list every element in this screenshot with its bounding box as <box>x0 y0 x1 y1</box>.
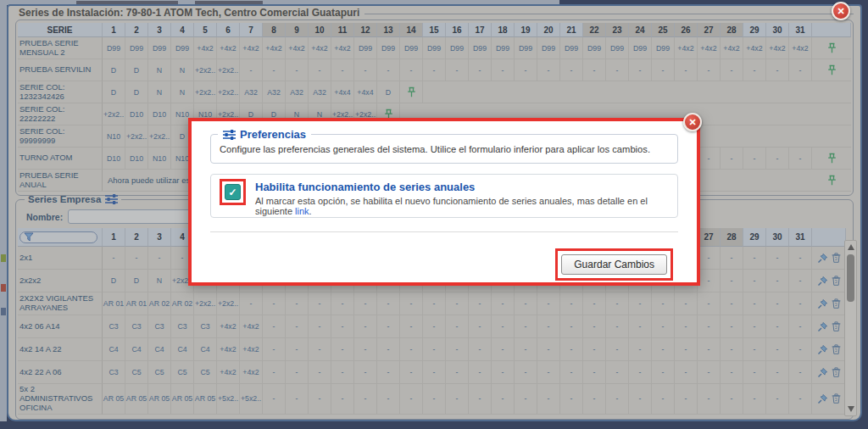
schedule-cell[interactable]: D99 <box>400 37 423 59</box>
pinned-cell[interactable] <box>400 81 423 103</box>
schedule-cell[interactable]: - <box>789 59 812 81</box>
schedule-cell[interactable]: - <box>629 292 652 315</box>
schedule-cell[interactable]: - <box>698 247 721 270</box>
schedule-cell[interactable]: A32 <box>263 81 286 103</box>
schedule-cell[interactable] <box>743 81 766 103</box>
schedule-cell[interactable] <box>446 81 469 103</box>
schedule-cell[interactable]: AR 05 <box>171 384 194 415</box>
schedule-cell[interactable]: - <box>721 361 743 384</box>
schedule-cell[interactable]: - <box>354 292 377 315</box>
schedule-cell[interactable]: - <box>469 59 492 81</box>
schedule-cell[interactable]: - <box>125 247 148 270</box>
schedule-cell[interactable]: +2x2.. <box>194 81 217 103</box>
schedule-cell[interactable]: D99 <box>560 37 583 59</box>
schedule-cell[interactable]: N10 <box>103 125 125 148</box>
schedule-cell[interactable]: - <box>377 59 400 81</box>
schedule-cell[interactable]: - <box>743 315 766 338</box>
schedule-cell[interactable]: - <box>354 384 377 415</box>
schedule-cell[interactable]: - <box>698 292 721 315</box>
schedule-cell[interactable] <box>423 81 446 103</box>
schedule-cell[interactable] <box>560 81 583 103</box>
modal-close-icon[interactable]: ✕ <box>683 113 702 131</box>
schedule-cell[interactable]: AR 02 <box>148 292 171 315</box>
schedule-cell[interactable]: +4x2 <box>217 37 240 59</box>
schedule-cell[interactable]: - <box>446 338 469 361</box>
schedule-cell[interactable]: D99 <box>423 37 446 59</box>
schedule-cell[interactable]: - <box>492 361 515 384</box>
schedule-cell[interactable] <box>515 81 537 103</box>
schedule-cell[interactable]: - <box>309 59 331 81</box>
schedule-cell[interactable] <box>743 103 766 125</box>
schedule-cell[interactable]: - <box>492 315 515 338</box>
schedule-cell[interactable]: C5 <box>125 361 148 384</box>
schedule-cell[interactable]: - <box>652 361 675 384</box>
schedule-cell[interactable]: C5 <box>148 361 171 384</box>
schedule-cell[interactable]: AR 05 <box>103 384 125 415</box>
schedule-cell[interactable]: +4x2 <box>331 37 354 59</box>
schedule-cell[interactable]: - <box>309 292 331 315</box>
schedule-cell[interactable]: - <box>286 292 309 315</box>
schedule-cell[interactable]: D10 <box>103 148 125 170</box>
schedule-cell[interactable]: - <box>560 338 583 361</box>
schedule-cell[interactable]: +2x2.. <box>148 125 171 148</box>
schedule-cell[interactable]: D99 <box>515 37 537 59</box>
schedule-cell[interactable]: - <box>698 361 721 384</box>
schedule-cell[interactable]: - <box>400 59 423 81</box>
schedule-cell[interactable]: +4x2 <box>217 361 240 384</box>
schedule-cell[interactable]: +2x2.. <box>125 125 148 148</box>
schedule-cell[interactable]: D10 <box>125 148 148 170</box>
schedule-cell[interactable]: - <box>103 247 125 270</box>
schedule-cell[interactable]: - <box>766 384 789 415</box>
schedule-cell[interactable]: D99 <box>148 37 171 59</box>
schedule-cell[interactable]: A32 <box>240 81 263 103</box>
schedule-cell[interactable]: +4x2 <box>698 37 721 59</box>
schedule-cell[interactable] <box>743 125 766 148</box>
schedule-cell[interactable]: C4 <box>148 338 171 361</box>
scroll-up-icon[interactable] <box>848 244 854 250</box>
schedule-cell[interactable]: +4x2 <box>240 315 263 338</box>
schedule-cell[interactable]: - <box>377 315 400 338</box>
schedule-cell[interactable]: - <box>423 361 446 384</box>
schedule-cell[interactable] <box>721 125 743 148</box>
pin-icon[interactable] <box>817 344 828 355</box>
schedule-cell[interactable]: - <box>537 338 560 361</box>
schedule-cell[interactable]: - <box>377 292 400 315</box>
schedule-cell[interactable]: C5 <box>171 361 194 384</box>
schedule-cell[interactable]: - <box>423 59 446 81</box>
schedule-cell[interactable]: C3 <box>171 315 194 338</box>
schedule-cell[interactable] <box>469 81 492 103</box>
schedule-cell[interactable]: +4x2 <box>766 37 789 59</box>
schedule-cell[interactable] <box>721 81 743 103</box>
schedule-cell[interactable]: D99 <box>492 37 515 59</box>
schedule-cell[interactable]: D99 <box>377 37 400 59</box>
pin-icon[interactable] <box>817 298 828 309</box>
schedule-cell[interactable]: - <box>766 270 789 292</box>
schedule-cell[interactable]: D99 <box>606 37 629 59</box>
schedule-cell[interactable]: N <box>148 59 171 81</box>
schedule-cell[interactable]: - <box>400 384 423 415</box>
schedule-cell[interactable]: - <box>354 361 377 384</box>
schedule-cell[interactable]: - <box>583 292 606 315</box>
schedule-cell[interactable]: - <box>515 338 537 361</box>
schedule-cell[interactable]: - <box>743 338 766 361</box>
schedule-cell[interactable]: +2x2.. <box>217 59 240 81</box>
schedule-cell[interactable]: C4 <box>171 338 194 361</box>
schedule-cell[interactable]: - <box>606 59 629 81</box>
schedule-cell[interactable]: - <box>148 247 171 270</box>
schedule-cell[interactable]: - <box>354 338 377 361</box>
schedule-cell[interactable]: - <box>675 384 698 415</box>
schedule-cell[interactable]: - <box>743 59 766 81</box>
schedule-cell[interactable]: - <box>537 59 560 81</box>
schedule-cell[interactable]: - <box>469 384 492 415</box>
delete-icon[interactable] <box>831 343 842 355</box>
schedule-cell[interactable]: AR 02 <box>171 292 194 315</box>
schedule-cell[interactable]: A32 <box>286 81 309 103</box>
pin-icon[interactable] <box>827 42 837 53</box>
schedule-cell[interactable]: +4x2 <box>217 338 240 361</box>
scrollbar-thumb[interactable] <box>847 254 854 302</box>
schedule-cell[interactable]: - <box>743 292 766 315</box>
pin-icon[interactable] <box>817 321 828 332</box>
schedule-cell[interactable]: - <box>515 384 537 415</box>
schedule-cell[interactable]: - <box>377 361 400 384</box>
schedule-cell[interactable]: +4x2 <box>675 37 698 59</box>
